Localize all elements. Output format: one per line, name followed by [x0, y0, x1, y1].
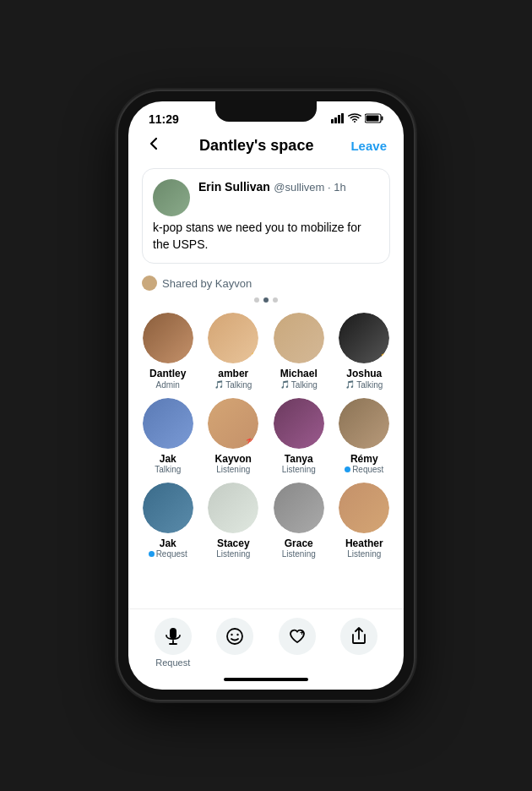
- participant-row-0: DantleyAdmin✌️amber🎵TalkingMichael🎵Talki…: [137, 313, 395, 389]
- participant-avatar: [274, 483, 324, 533]
- share-action[interactable]: [340, 618, 377, 655]
- participant-status: 🎵Talking: [345, 380, 383, 390]
- participant-row-1: JakTalking💯KayvonListeningTanyaListening…: [137, 398, 395, 474]
- talking-icon: 🎵: [345, 380, 355, 389]
- participant-row-2: JakRequestStaceyListeningGraceListeningH…: [137, 483, 395, 559]
- tweet-author-name: Erin Sullivan: [198, 180, 270, 194]
- participant-michael-0[interactable]: Michael🎵Talking: [268, 313, 330, 389]
- participant-name: Michael: [280, 368, 318, 379]
- participant-joshua-0[interactable]: 🤚Joshua🎵Talking: [334, 313, 396, 389]
- shared-avatar: [142, 275, 157, 291]
- participant-status: Request: [149, 549, 187, 559]
- request-dot: [345, 466, 350, 472]
- request-dot: [149, 551, 155, 557]
- participant-avatar: [143, 313, 193, 363]
- participant-name: Dantley: [149, 368, 186, 379]
- participant-status: Listening: [282, 549, 316, 559]
- svg-rect-1: [334, 117, 337, 123]
- participant-avatar: [143, 398, 193, 449]
- request-action[interactable]: Request: [155, 618, 192, 668]
- participant-status: Listening: [282, 465, 316, 474]
- participant-status: Listening: [216, 549, 250, 559]
- wifi-icon: [348, 113, 361, 126]
- share-button[interactable]: [340, 618, 377, 655]
- status-icons: [331, 113, 383, 126]
- page-title: Dantley's space: [199, 137, 313, 155]
- phone-screen: 11:29: [128, 101, 404, 690]
- participant-status: 🎵Talking: [214, 380, 252, 390]
- participant-avatar: 🤚: [339, 313, 389, 363]
- home-bar: [224, 678, 308, 681]
- leave-button[interactable]: Leave: [350, 139, 387, 153]
- participant-heather-2[interactable]: HeatherListening: [334, 483, 396, 559]
- svg-rect-5: [382, 116, 383, 120]
- participant-status: Listening: [216, 465, 250, 474]
- participant-rémy-1[interactable]: RémyRequest: [334, 398, 396, 474]
- participant-avatar: [143, 483, 193, 533]
- notch: [215, 101, 317, 122]
- participant-name: Grace: [285, 537, 313, 549]
- tweet-avatar: [153, 179, 190, 216]
- svg-text:+: +: [300, 629, 304, 637]
- svg-point-10: [227, 629, 242, 644]
- participant-name: Jak: [160, 453, 176, 465]
- svg-rect-6: [366, 115, 379, 121]
- participant-jak-1[interactable]: JakTalking: [137, 398, 199, 474]
- heart-action[interactable]: +: [279, 618, 316, 655]
- participant-name: Stacey: [217, 537, 250, 549]
- dot-2: [263, 297, 269, 303]
- participant-name: Kayvon: [215, 453, 252, 465]
- tweet-text: k-pop stans we need you to mobilize for …: [153, 220, 379, 253]
- participant-stacey-2[interactable]: StaceyListening: [203, 483, 265, 559]
- participant-dantley-0[interactable]: DantleyAdmin: [137, 313, 199, 389]
- participant-status: Admin: [156, 380, 180, 390]
- participant-status: Request: [345, 465, 383, 474]
- participant-avatar: 💯: [208, 398, 258, 449]
- dot-1: [254, 297, 259, 303]
- participant-avatar: [208, 483, 258, 533]
- svg-rect-7: [170, 628, 176, 639]
- bottom-bar: Request +: [128, 608, 404, 673]
- participant-jak-2[interactable]: JakRequest: [137, 483, 199, 559]
- home-indicator: [128, 673, 404, 690]
- phone-frame: 11:29: [118, 91, 414, 700]
- participant-avatar: [339, 398, 389, 449]
- shared-by-label: Shared by Kayvon: [162, 277, 252, 290]
- emoji-button[interactable]: [216, 618, 253, 655]
- dot-3: [273, 297, 278, 303]
- participant-status: Listening: [347, 549, 381, 559]
- heart-button[interactable]: +: [279, 618, 316, 655]
- participant-kayvon-1[interactable]: 💯KayvonListening: [203, 398, 265, 474]
- back-button[interactable]: [145, 135, 162, 156]
- participant-name: Tanya: [285, 453, 313, 465]
- participant-grace-2[interactable]: GraceListening: [268, 483, 330, 559]
- participants-grid: DantleyAdmin✌️amber🎵TalkingMichael🎵Talki…: [128, 309, 404, 608]
- participant-name: Jak: [160, 537, 176, 549]
- participant-avatar: [339, 483, 389, 533]
- tweet-card: Erin Sullivan @sullivem · 1h k-pop stans…: [142, 168, 390, 264]
- svg-rect-2: [338, 115, 340, 123]
- header: Dantley's space Leave: [128, 132, 404, 165]
- mic-button[interactable]: [155, 618, 192, 655]
- request-label: Request: [155, 657, 190, 668]
- participant-avatar: [274, 313, 324, 363]
- participant-name: amber: [218, 368, 248, 379]
- participant-name: Rémy: [350, 453, 378, 465]
- talking-icon: 🎵: [280, 380, 290, 389]
- tweet-header: Erin Sullivan @sullivem · 1h: [153, 179, 379, 216]
- svg-rect-3: [341, 113, 344, 123]
- svg-point-12: [237, 634, 239, 636]
- participant-name: Heather: [345, 537, 383, 549]
- dots-indicator: [128, 297, 404, 303]
- talking-icon: 🎵: [214, 380, 224, 389]
- tweet-author-handle: @sullivem · 1h: [274, 181, 345, 194]
- participant-name: Joshua: [346, 368, 382, 379]
- signal-icon: [331, 113, 345, 126]
- svg-point-11: [231, 634, 233, 636]
- svg-rect-0: [331, 119, 334, 123]
- participant-amber-0[interactable]: ✌️amber🎵Talking: [203, 313, 265, 389]
- participant-tanya-1[interactable]: TanyaListening: [268, 398, 330, 474]
- participant-avatar: [274, 398, 324, 449]
- emoji-action[interactable]: [216, 618, 253, 655]
- tweet-meta: Erin Sullivan @sullivem · 1h: [198, 179, 379, 194]
